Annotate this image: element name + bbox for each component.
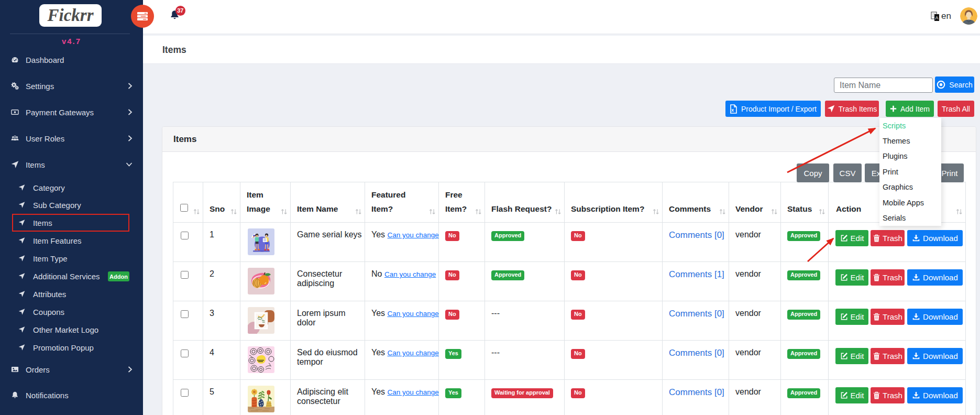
svg-text:x: x <box>731 107 734 112</box>
svg-text:A: A <box>935 15 938 20</box>
